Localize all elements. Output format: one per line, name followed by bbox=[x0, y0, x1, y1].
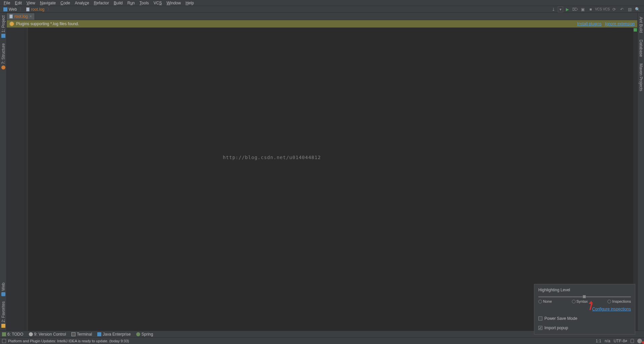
tool-window-toggle-icon[interactable] bbox=[2, 339, 6, 343]
main-toolbar: ⤓ ▾ ▶ ⌦ ▣ ■ VCS VCS ⟳ ↶ ▤ 🔍 bbox=[550, 6, 643, 12]
menu-analyze[interactable]: Analyze bbox=[72, 0, 92, 6]
run-config-dropdown[interactable]: ▾ bbox=[558, 6, 563, 12]
make-project-icon[interactable]: ⤓ bbox=[550, 6, 557, 12]
tab-label: root.log bbox=[14, 14, 28, 19]
status-caret-position[interactable]: 1:1 bbox=[596, 339, 601, 343]
tool-project[interactable]: 1: Project bbox=[0, 13, 6, 41]
tool-web-label: Web bbox=[1, 283, 6, 291]
status-bar: Platform and Plugin Updates: IntelliJ ID… bbox=[0, 337, 644, 344]
menu-file[interactable]: File bbox=[1, 0, 12, 6]
left-tool-stripe: 1: Project 7: Structure Web 2: Favorites bbox=[0, 13, 7, 331]
menu-view[interactable]: View bbox=[24, 0, 38, 6]
tool-project-label: 1: Project bbox=[1, 15, 6, 33]
coverage-icon[interactable]: ▣ bbox=[580, 6, 586, 12]
status-encoding[interactable]: UTF-8≠ bbox=[613, 339, 627, 343]
tool-spring[interactable]: Spring bbox=[136, 332, 153, 337]
editor-content[interactable]: http://blog.csdn.net/u014044812 bbox=[28, 28, 516, 331]
terminal-icon bbox=[71, 332, 75, 336]
highlighting-slider[interactable] bbox=[538, 296, 631, 297]
watermark-text: http://blog.csdn.net/u014044812 bbox=[223, 155, 321, 160]
tool-vc-label: 9: Version Control bbox=[34, 332, 66, 337]
analysis-indicator-icon[interactable] bbox=[634, 28, 637, 32]
undo-icon[interactable]: ↶ bbox=[619, 6, 625, 12]
tool-terminal[interactable]: Terminal bbox=[71, 332, 92, 337]
menu-vcs[interactable]: VCS bbox=[151, 0, 164, 6]
breadcrumb-file[interactable]: root.log bbox=[24, 7, 46, 12]
tool-todo[interactable]: 6: TODO bbox=[2, 332, 23, 337]
tool-version-control[interactable]: 9: Version Control bbox=[29, 332, 66, 337]
spring-icon bbox=[136, 332, 140, 336]
structure-icon bbox=[1, 65, 5, 69]
tool-maven-label: Maven Projects bbox=[639, 63, 643, 91]
power-save-label: Power Save Mode bbox=[544, 316, 577, 321]
editor-fold-gutter bbox=[25, 28, 28, 331]
tab-rootlog[interactable]: root.log × bbox=[7, 13, 35, 20]
eye-icon bbox=[572, 300, 576, 303]
highlighting-level-popup: Highlighting Level None Syntax Inspectio… bbox=[534, 284, 635, 335]
tool-favorites[interactable]: 2: Favorites bbox=[0, 299, 6, 331]
tool-terminal-label: Terminal bbox=[77, 332, 92, 337]
status-insert-mode[interactable]: n/a bbox=[605, 339, 610, 343]
eye-icon bbox=[538, 300, 542, 303]
tool-structure-label: 7: Structure bbox=[1, 43, 6, 64]
popup-title: Highlighting Level bbox=[538, 288, 631, 292]
breadcrumb-root-label: Web bbox=[9, 7, 17, 12]
level-none[interactable]: None bbox=[538, 299, 552, 303]
tool-ant[interactable]: Ant Build bbox=[638, 13, 644, 36]
menu-run[interactable]: Run bbox=[125, 0, 137, 6]
tool-maven[interactable]: Maven Projects bbox=[638, 59, 644, 94]
menu-tools[interactable]: Tools bbox=[137, 0, 151, 6]
tool-je-label: Java Enterprise bbox=[103, 332, 130, 337]
breadcrumb-separator-end: 〉 bbox=[47, 6, 52, 12]
tool-database[interactable]: Database bbox=[638, 36, 644, 59]
ignore-extension-link[interactable]: Ignore extension bbox=[605, 21, 635, 26]
bulb-icon[interactable] bbox=[9, 21, 14, 26]
level-inspections[interactable]: Inspections bbox=[607, 299, 631, 303]
notification-text: Plugins supporting *.log files found. bbox=[16, 21, 79, 26]
close-icon[interactable]: × bbox=[30, 14, 32, 19]
vcs-commit-icon[interactable]: VCS bbox=[603, 7, 610, 11]
project-icon bbox=[1, 34, 5, 38]
install-plugins-link[interactable]: Install plugins bbox=[577, 21, 602, 26]
tool-java-enterprise[interactable]: Java Enterprise bbox=[97, 332, 130, 337]
level-syntax[interactable]: Syntax bbox=[572, 299, 588, 303]
editor-gutter bbox=[7, 28, 25, 331]
import-popup-checkbox[interactable] bbox=[538, 326, 542, 330]
menu-build[interactable]: Build bbox=[111, 0, 125, 6]
menu-refactor[interactable]: Refactor bbox=[92, 0, 111, 6]
menu-window[interactable]: Window bbox=[164, 0, 183, 6]
import-popup-label: Import popup bbox=[544, 326, 568, 330]
debug-icon[interactable]: ⌦ bbox=[572, 6, 579, 12]
run-icon[interactable]: ▶ bbox=[564, 6, 571, 12]
vc-icon bbox=[29, 332, 33, 336]
configure-inspections-link[interactable]: Configure inspections bbox=[592, 307, 631, 311]
power-save-checkbox[interactable] bbox=[538, 316, 542, 321]
tool-database-label: Database bbox=[639, 40, 643, 57]
project-structure-icon[interactable]: ▤ bbox=[626, 6, 633, 12]
folder-icon bbox=[3, 7, 7, 11]
breadcrumb-root[interactable]: Web bbox=[1, 7, 19, 12]
search-icon[interactable]: 🔍 bbox=[634, 6, 641, 12]
slider-labels: None Syntax Inspections bbox=[538, 299, 631, 303]
stop-icon[interactable]: ■ bbox=[587, 6, 594, 12]
menu-help[interactable]: Help bbox=[183, 0, 196, 6]
vcs-update-icon[interactable]: VCS bbox=[595, 7, 602, 11]
right-tool-stripe: Ant Build Database Maven Projects bbox=[637, 13, 644, 331]
tool-spring-label: Spring bbox=[142, 332, 153, 337]
menu-navigate[interactable]: Navigate bbox=[38, 0, 58, 6]
readonly-lock-icon[interactable] bbox=[631, 339, 634, 343]
star-icon bbox=[1, 324, 5, 328]
breadcrumb-separator: 〉 bbox=[19, 6, 24, 12]
todo-icon bbox=[2, 332, 6, 336]
main-area: 1: Project 7: Structure Web 2: Favorites… bbox=[0, 13, 644, 331]
tool-web[interactable]: Web bbox=[0, 280, 6, 299]
slider-thumb[interactable] bbox=[583, 295, 586, 298]
status-message: Platform and Plugin Updates: IntelliJ ID… bbox=[8, 339, 129, 343]
breadcrumb-file-label: root.log bbox=[31, 7, 44, 12]
tool-structure[interactable]: 7: Structure bbox=[0, 41, 6, 72]
menu-code[interactable]: Code bbox=[58, 0, 72, 6]
menu-edit[interactable]: Edit bbox=[12, 0, 24, 6]
tool-ant-label: Ant Build bbox=[639, 17, 643, 33]
vcs-history-icon[interactable]: ⟳ bbox=[611, 6, 618, 12]
file-icon bbox=[9, 14, 13, 18]
